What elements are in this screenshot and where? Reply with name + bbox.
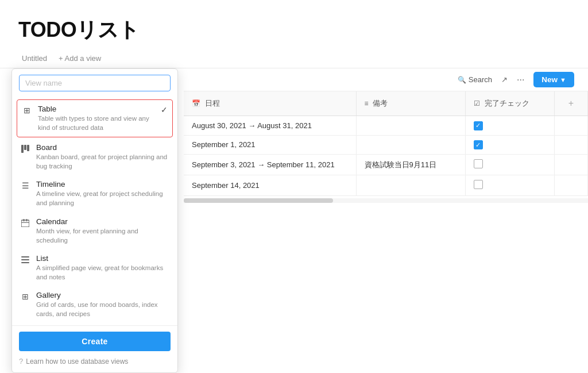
cell-extra-3 (554, 175, 587, 196)
table-check-icon: ✓ (161, 105, 168, 114)
toolbar: 🔍 Search ↗ ··· New ▼ (184, 68, 588, 91)
tab-untitled[interactable]: Untitled (18, 52, 51, 64)
cell-date-2: September 3, 2021 → September 11, 2021 (184, 155, 356, 175)
learn-link-label: Learn how to use database views (26, 357, 128, 366)
view-item-board-desc: Kanban board, great for project planning… (36, 152, 169, 171)
view-item-calendar-content: Calendar Month view, for event planning … (36, 217, 169, 245)
cell-extra-2 (554, 155, 587, 175)
view-item-gallery[interactable]: ⊞ Gallery Grid of cards, use for mood bo… (12, 286, 177, 323)
dropdown-search-area (12, 69, 177, 96)
table-row: September 3, 2021 → September 11, 2021 資… (184, 155, 588, 175)
col-date: 📅 日程 (184, 91, 356, 116)
list-icon (20, 255, 30, 265)
cell-date-1: September 1, 2021 (184, 135, 356, 155)
tab-add-view[interactable]: + Add a view (55, 52, 105, 64)
date-col-icon: 📅 (192, 99, 200, 107)
view-item-table[interactable]: ⊞ Table Table with types to store and vi… (17, 99, 173, 137)
view-item-gallery-title: Gallery (36, 291, 169, 299)
calendar-icon (20, 218, 30, 228)
new-label: New (541, 75, 558, 84)
question-icon: ? (19, 357, 23, 366)
table-icon: ⊞ (22, 105, 32, 116)
view-item-list-title: List (36, 254, 169, 263)
col-notes-label: 備考 (373, 99, 388, 107)
table-row: August 30, 2021 → August 31, 2021 ✓ (184, 116, 588, 136)
page-title: TODOリスト (18, 16, 570, 44)
cell-done-2[interactable] (465, 155, 554, 175)
table-body: August 30, 2021 → August 31, 2021 ✓ Sept… (184, 116, 588, 196)
view-item-list-desc: A simplified page view, great for bookma… (36, 263, 169, 282)
checkbox-checked[interactable]: ✓ (474, 121, 483, 130)
cell-notes-3 (356, 175, 465, 196)
cell-notes-1 (356, 135, 465, 155)
gallery-icon: ⊞ (20, 291, 30, 302)
cell-extra-0 (554, 116, 587, 136)
view-options-list: ⊞ Table Table with types to store and vi… (12, 96, 177, 325)
view-item-board[interactable]: Board Kanban board, great for project pl… (12, 139, 177, 175)
view-item-board-content: Board Kanban board, great for project pl… (36, 143, 169, 171)
view-item-timeline[interactable]: ☰ Timeline A timeline view, great for pr… (12, 175, 177, 212)
table-row: September 14, 2021 (184, 175, 588, 196)
svg-rect-0 (21, 145, 24, 153)
view-item-list-content: List A simplified page view, great for b… (36, 254, 169, 282)
page-header: TODOリスト (0, 0, 588, 49)
search-button[interactable]: 🔍 Search (454, 73, 496, 86)
cell-done-1[interactable]: ✓ (465, 135, 554, 155)
view-item-list[interactable]: List A simplified page view, great for b… (12, 249, 177, 286)
view-item-board-title: Board (36, 143, 169, 152)
view-item-gallery-desc: Grid of cards, use for mood boards, inde… (36, 300, 169, 318)
search-icon: 🔍 (458, 76, 466, 84)
table-header-row: 📅 日程 ≡ 備考 ☑ 完了チェック + (184, 91, 588, 116)
learn-link[interactable]: ? Learn how to use database views (19, 356, 171, 367)
notes-col-icon: ≡ (365, 99, 369, 107)
col-done: ☑ 完了チェック (465, 91, 554, 116)
view-item-timeline-content: Timeline A timeline view, great for proj… (36, 180, 169, 207)
view-item-timeline-desc: A timeline view, great for project sched… (36, 189, 169, 207)
view-item-calendar-title: Calendar (36, 217, 169, 226)
checkbox-unchecked[interactable] (474, 159, 483, 168)
table-row: September 1, 2021 ✓ (184, 135, 588, 155)
dropdown-footer: Create ? Learn how to use database views (12, 325, 177, 372)
view-type-dropdown: ⊞ Table Table with types to store and vi… (11, 68, 178, 373)
create-button[interactable]: Create (19, 332, 171, 351)
svg-rect-3 (21, 220, 29, 227)
view-item-timeline-title: Timeline (36, 180, 169, 189)
data-table: 📅 日程 ≡ 備考 ☑ 完了チェック + (184, 91, 588, 196)
filter-icon[interactable]: ↗ (501, 75, 508, 84)
timeline-icon: ☰ (20, 180, 30, 191)
svg-rect-7 (21, 256, 29, 257)
cell-notes-0 (356, 116, 465, 136)
cell-done-3[interactable] (465, 175, 554, 196)
board-icon (20, 144, 30, 154)
svg-rect-9 (21, 262, 29, 263)
add-col-header: + (554, 91, 587, 116)
view-item-table-desc: Table with types to store and view any k… (38, 114, 157, 132)
svg-rect-1 (24, 145, 26, 150)
chevron-down-icon: ▼ (560, 76, 566, 83)
view-name-input[interactable] (19, 75, 171, 91)
view-item-gallery-content: Gallery Grid of cards, use for mood boar… (36, 291, 169, 318)
col-notes: ≡ 備考 (356, 91, 465, 116)
cell-extra-1 (554, 135, 587, 155)
tab-bar: Untitled + Add a view (0, 49, 588, 68)
svg-rect-8 (21, 259, 29, 260)
view-item-calendar[interactable]: Calendar Month view, for event planning … (12, 213, 177, 249)
checkbox-checked[interactable]: ✓ (474, 140, 483, 149)
table-wrapper: 🔍 Search ↗ ··· New ▼ 📅 日程 ≡ (184, 68, 588, 373)
view-item-table-title: Table (38, 105, 157, 113)
scrollbar-thumb[interactable] (184, 198, 333, 203)
done-col-icon: ☑ (474, 99, 480, 107)
search-label: Search (469, 75, 492, 84)
main-area: ⊞ Table Table with types to store and vi… (0, 68, 588, 373)
cell-done-0[interactable]: ✓ (465, 116, 554, 136)
horizontal-scrollbar[interactable] (184, 198, 588, 203)
cell-notes-2: 資格試験当日9月11日 (356, 155, 465, 175)
view-item-calendar-desc: Month view, for event planning and sched… (36, 226, 169, 245)
col-done-label: 完了チェック (485, 99, 529, 107)
new-button[interactable]: New ▼ (533, 72, 574, 87)
svg-rect-2 (27, 145, 29, 151)
cell-date-3: September 14, 2021 (184, 175, 356, 196)
more-options-icon[interactable]: ··· (513, 74, 528, 86)
add-column-button[interactable]: + (563, 96, 579, 111)
checkbox-unchecked[interactable] (474, 180, 483, 189)
